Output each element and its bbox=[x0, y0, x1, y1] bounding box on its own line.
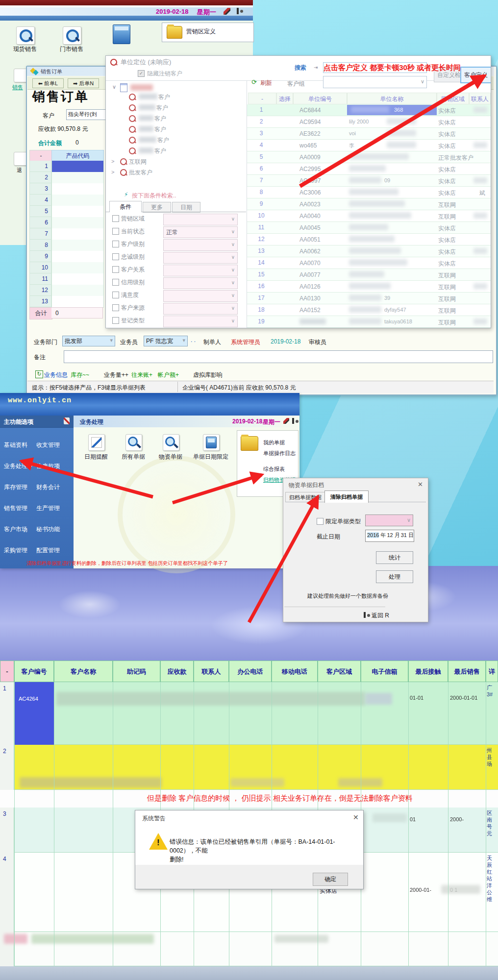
product-row-cell[interactable] bbox=[51, 240, 104, 251]
cond-checkbox-当前状态[interactable] bbox=[112, 228, 119, 235]
icon-物资单据[interactable] bbox=[163, 434, 179, 451]
product-row-cell[interactable] bbox=[51, 285, 104, 296]
tree-item-suffix[interactable]: 客户 bbox=[158, 93, 170, 101]
deadline-field[interactable]: 2016年12月31日 bbox=[365, 530, 414, 542]
cond-checkbox-忠诚级别[interactable] bbox=[112, 253, 119, 260]
sidebar-item-秘书功能[interactable]: 秘书功能 bbox=[36, 525, 60, 534]
ok-button[interactable]: 确定 bbox=[313, 873, 348, 886]
product-row-cell[interactable] bbox=[51, 217, 104, 229]
stat-button[interactable]: 统计 bbox=[376, 551, 413, 564]
info-link-0[interactable]: 业务信息 bbox=[44, 371, 68, 379]
refresh-button[interactable]: 刷新 bbox=[260, 79, 272, 87]
next-order-button[interactable]: ➡ 后单N bbox=[68, 78, 99, 88]
cond-checkbox-信用级别[interactable] bbox=[112, 279, 119, 286]
list-row[interactable]: 5AA0009正常批发客户 bbox=[247, 151, 491, 163]
customer-input[interactable]: 指尖琴行(刘 bbox=[66, 109, 108, 120]
list-row[interactable]: 15AA0077互联网 bbox=[247, 269, 491, 281]
info-link-4[interactable]: 帐户额+ bbox=[158, 371, 179, 379]
cond-select-满意度[interactable]: ∨ bbox=[163, 290, 238, 302]
tab-日期[interactable]: 日期 bbox=[172, 202, 200, 213]
process-button[interactable]: 处理 bbox=[376, 570, 413, 583]
icon-日期提醒[interactable] bbox=[88, 434, 105, 451]
tree-toggle-icon[interactable]: ∨ bbox=[112, 84, 116, 90]
tree-item-suffix[interactable]: 客户 bbox=[154, 147, 166, 155]
sidebar-item-采购管理[interactable]: 采购管理 bbox=[4, 546, 27, 555]
product-row-cell[interactable] bbox=[51, 228, 104, 240]
sidebar-item-库存管理[interactable]: 库存管理 bbox=[4, 483, 27, 491]
info-link-1[interactable]: 库存~~ bbox=[71, 371, 89, 379]
marketing-folder-icon[interactable] bbox=[167, 26, 182, 39]
cond-select-营销区域[interactable]: ∨ bbox=[163, 214, 238, 225]
list-row[interactable]: 2AC9594lily 2000实体店 bbox=[247, 116, 491, 128]
cond-select-信用级别[interactable]: ∨ bbox=[163, 277, 238, 289]
spot-sale-icon[interactable] bbox=[16, 26, 35, 45]
product-row-cell[interactable] bbox=[51, 251, 104, 263]
annotate-pen-icon[interactable] bbox=[224, 8, 230, 15]
tree-item-suffix[interactable]: 客户 bbox=[156, 104, 168, 112]
cond-checkbox-客户级别[interactable] bbox=[112, 241, 119, 247]
dept-select[interactable]: 批发部▾ bbox=[62, 336, 115, 346]
customer-group-select[interactable]: ∨ bbox=[323, 76, 427, 88]
sidebar-item-配置管理[interactable]: 配置管理 bbox=[36, 546, 60, 555]
list-row[interactable]: 14AA0070实体店 bbox=[247, 257, 491, 269]
tab-条件[interactable]: 条件 bbox=[109, 201, 142, 212]
tree-node-arrow[interactable]: > bbox=[111, 169, 114, 175]
list-row[interactable]: 13AA0062实体店 bbox=[247, 245, 491, 257]
sidebar-item-财务会计[interactable]: 财务会计 bbox=[36, 483, 60, 491]
tree-item-suffix[interactable]: 客户 bbox=[157, 136, 169, 145]
list-row[interactable]: 18AA0152dyfay547互联网 bbox=[247, 304, 491, 316]
sidebar-item-客户市场[interactable]: 客户市场 bbox=[4, 525, 27, 534]
tab-更多[interactable]: 更多 bbox=[143, 202, 171, 213]
cond-checkbox-客户来源[interactable] bbox=[112, 304, 119, 311]
list-row[interactable]: 4wo465李实体店 bbox=[247, 140, 491, 151]
list-row[interactable]: 17AA013039互联网 bbox=[247, 293, 491, 304]
cond-select-客户关系[interactable]: ∨ bbox=[163, 265, 238, 276]
product-row-cell[interactable] bbox=[51, 273, 104, 285]
product-row-cell[interactable] bbox=[51, 172, 104, 184]
store-sale-icon[interactable] bbox=[63, 26, 81, 45]
marketing-label[interactable]: 营销区定义 bbox=[186, 27, 216, 36]
tree-item-suffix[interactable]: 客户 bbox=[154, 125, 166, 134]
tree-item-suffix[interactable]: 客户 bbox=[154, 115, 166, 123]
list-row[interactable]: 7AC299709实体店 bbox=[247, 175, 491, 187]
cond-checkbox-营销区域[interactable] bbox=[112, 215, 119, 222]
sidebar-item-销售管理[interactable]: 销售管理 bbox=[4, 504, 27, 513]
tab-clear-archive[interactable]: 清除归档单据 bbox=[324, 490, 369, 503]
product-row-cell[interactable] bbox=[51, 195, 104, 206]
return-side-icon[interactable] bbox=[14, 152, 27, 166]
cond-select-当前状态[interactable]: 正常∨ bbox=[163, 226, 238, 238]
cond-select-忠诚级别[interactable]: ∨ bbox=[163, 252, 238, 264]
cond-checkbox-满意度[interactable] bbox=[112, 292, 119, 298]
product-row-cell[interactable] bbox=[51, 183, 104, 195]
info-link-3[interactable]: 往来账+ bbox=[131, 371, 152, 379]
back-button[interactable]: 返回 R bbox=[372, 612, 389, 620]
sidebar-item-业务处理[interactable]: 业务处理 bbox=[4, 462, 27, 470]
list-row[interactable]: 8AC3006实体店斌 bbox=[247, 187, 491, 198]
sidebar-item-往来款项[interactable]: 往来款项 bbox=[36, 462, 60, 470]
doc-type-select[interactable]: ∨ bbox=[365, 514, 413, 526]
list-row[interactable]: 6AC2995实体店 bbox=[247, 163, 491, 175]
cond-select-登记类型[interactable]: ∨ bbox=[163, 316, 238, 327]
product-row-cell[interactable] bbox=[51, 206, 104, 218]
customer-define-button[interactable]: 客户定义 bbox=[460, 67, 491, 83]
panel-link-单据操作日志[interactable]: 单据操作日志 bbox=[263, 450, 296, 457]
product-row-cell[interactable] bbox=[51, 161, 104, 172]
tree-node-批发客户[interactable]: 批发客户 bbox=[129, 169, 152, 177]
calculator-icon[interactable] bbox=[113, 24, 130, 44]
icon-所有单据[interactable] bbox=[125, 434, 142, 451]
sales-side-label[interactable]: 销售 bbox=[12, 84, 23, 91]
close-icon[interactable]: ✕ bbox=[418, 481, 423, 488]
list-row[interactable]: 12AA0051实体店 bbox=[247, 234, 491, 245]
annotate-pen-icon[interactable] bbox=[283, 418, 289, 424]
sidebar-item-基础资料[interactable]: 基础资料 bbox=[4, 441, 27, 449]
product-row-cell[interactable] bbox=[51, 262, 104, 274]
limit-type-checkbox[interactable] bbox=[317, 518, 324, 525]
cond-checkbox-登记类型[interactable] bbox=[112, 317, 119, 324]
list-row[interactable]: 3AE3622voi实体店 bbox=[247, 128, 491, 140]
sidebar-item-收支管理[interactable]: 收支管理 bbox=[36, 441, 60, 449]
memo-input[interactable] bbox=[64, 350, 493, 363]
info-link-2[interactable]: 业务量++ bbox=[104, 371, 128, 379]
panel-link-我的单据[interactable]: 我的单据 bbox=[263, 439, 285, 446]
info-refresh-icon[interactable]: ↻ bbox=[35, 370, 43, 378]
cond-select-客户级别[interactable]: ∨ bbox=[163, 239, 238, 251]
